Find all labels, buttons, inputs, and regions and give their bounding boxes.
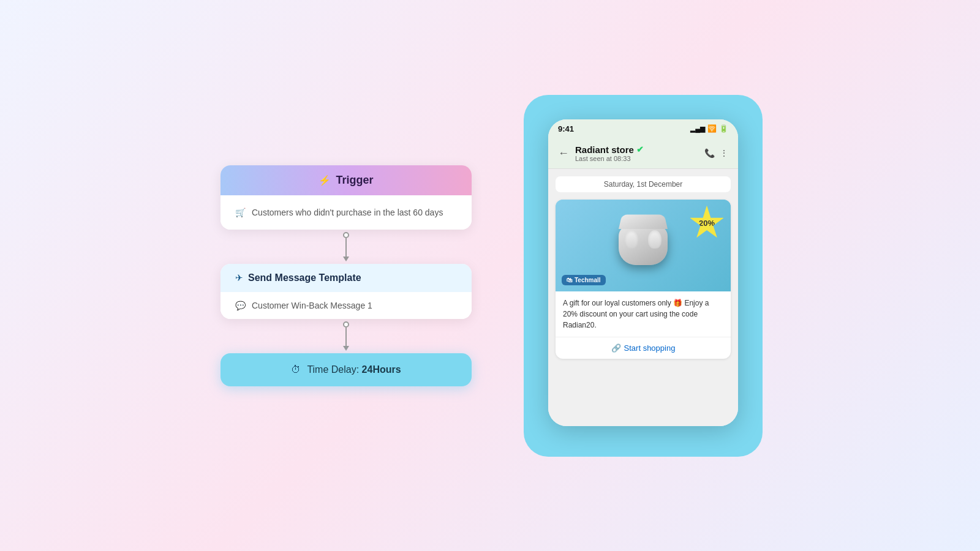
trigger-body: 🛒 Customers who didn't purchase in the l… <box>221 195 472 230</box>
trigger-card: ⚡ Trigger 🛒 Customers who didn't purchas… <box>221 165 472 230</box>
send-message-body: 💬 Customer Win-Back Message 1 <box>221 292 472 319</box>
send-icon: ✈ <box>235 272 243 283</box>
chat-body: Saturday, 1st December <box>548 169 738 426</box>
signal-icon: ▂▄▆ <box>690 125 705 133</box>
delay-value: 24Hours <box>362 364 401 375</box>
connector-dot-2 <box>343 321 349 328</box>
wifi-icon: 🛜 <box>707 124 717 133</box>
lightning-icon: ⚡ <box>318 174 331 186</box>
phone-background: 9:41 ▂▄▆ 🛜 🔋 ← Radiant store ✔ <box>524 95 763 457</box>
status-time: 9:41 <box>558 124 574 133</box>
bubble-message-text: A gift for our loyal customers only 🎁 En… <box>556 291 731 337</box>
message-bubble: 20% 🛍 Techmall A gift for our loyal cust… <box>556 200 731 359</box>
airpods-case <box>619 225 668 265</box>
delay-prefix: Time Delay: <box>307 364 361 375</box>
time-delay-card: ⏱ Time Delay: 24Hours <box>221 353 472 386</box>
connector-arrow-1 <box>343 257 349 261</box>
workflow-panel: ⚡ Trigger 🛒 Customers who didn't purchas… <box>217 165 475 386</box>
case-lid <box>619 215 668 229</box>
cta-link[interactable]: 🔗 Start shopping <box>563 343 723 353</box>
phone-panel: 9:41 ▂▄▆ 🛜 🔋 ← Radiant store ✔ <box>524 95 763 457</box>
airpod-left <box>625 230 638 249</box>
send-message-card: ✈ Send Message Template 💬 Customer Win-B… <box>221 264 472 319</box>
clock-icon: ⏱ <box>291 364 301 375</box>
trigger-header: ⚡ Trigger <box>221 165 472 195</box>
call-icon[interactable]: 📞 <box>704 148 715 158</box>
store-name: Radiant store <box>575 144 634 155</box>
connector-1 <box>343 232 349 261</box>
trigger-description: Customers who didn't purchase in the las… <box>252 208 443 217</box>
cart-icon: 🛒 <box>235 208 246 217</box>
discount-text: 20% <box>699 219 715 228</box>
back-button[interactable]: ← <box>558 147 569 160</box>
verified-badge: ✔ <box>636 144 644 154</box>
status-bar: 9:41 ▂▄▆ 🛜 🔋 <box>548 119 738 138</box>
connector-line-2 <box>345 328 347 346</box>
main-container: ⚡ Trigger 🛒 Customers who didn't purchas… <box>0 0 980 551</box>
send-message-description: Customer Win-Back Message 1 <box>252 301 372 310</box>
product-image: 20% 🛍 Techmall <box>556 200 731 291</box>
chat-name-row: Radiant store ✔ <box>575 144 698 155</box>
battery-icon: 🔋 <box>719 124 728 133</box>
connector-dot-1 <box>343 232 349 238</box>
external-link-icon: 🔗 <box>611 343 621 353</box>
promo-message: A gift for our loyal customers only 🎁 En… <box>563 299 709 329</box>
chat-header: ← Radiant store ✔ Last seen at 08:33 📞 ⋮ <box>548 138 738 169</box>
trigger-title: Trigger <box>336 174 373 187</box>
connector-line-1 <box>345 238 347 257</box>
send-message-header: ✈ Send Message Template <box>221 264 472 292</box>
chat-contact-info: Radiant store ✔ Last seen at 08:33 <box>575 144 698 162</box>
message-icon: 💬 <box>235 301 246 310</box>
last-seen: Last seen at 08:33 <box>575 155 698 162</box>
phone-device: 9:41 ▂▄▆ 🛜 🔋 ← Radiant store ✔ <box>548 119 738 426</box>
connector-arrow-2 <box>343 346 349 351</box>
date-badge: Saturday, 1st December <box>556 176 731 192</box>
cta-area[interactable]: 🔗 Start shopping <box>556 337 731 359</box>
brand-label: 🛍 Techmall <box>562 275 606 285</box>
brand-icon: 🛍 <box>567 277 573 283</box>
date-text: Saturday, 1st December <box>604 180 683 189</box>
cta-text: Start shopping <box>624 343 676 353</box>
airpod-right <box>648 230 662 249</box>
airpods-visual <box>619 225 668 265</box>
connector-2 <box>343 321 349 351</box>
status-icons: ▂▄▆ 🛜 🔋 <box>690 124 728 133</box>
chat-action-buttons: 📞 ⋮ <box>704 148 728 158</box>
send-message-title: Send Message Template <box>248 272 361 283</box>
more-options-icon[interactable]: ⋮ <box>720 148 728 158</box>
brand-name: Techmall <box>575 277 601 283</box>
time-delay-text: Time Delay: 24Hours <box>307 364 401 375</box>
